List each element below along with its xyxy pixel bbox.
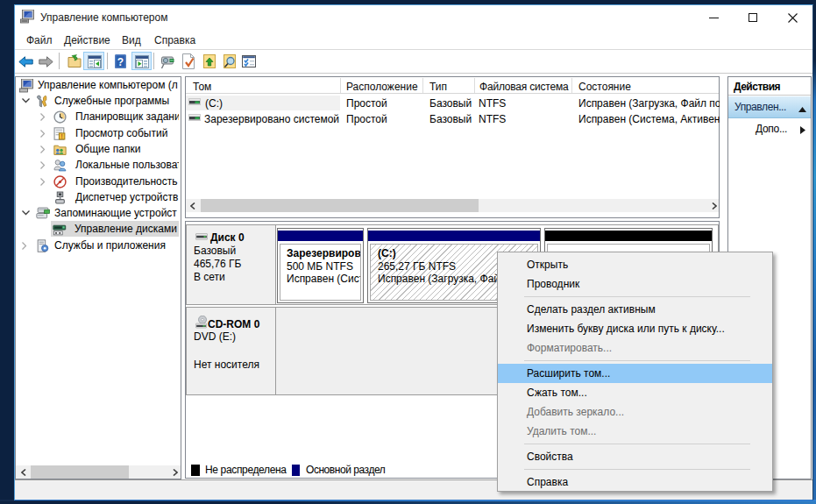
svg-text:!: ! (61, 133, 63, 139)
svg-text:?: ? (117, 56, 124, 68)
